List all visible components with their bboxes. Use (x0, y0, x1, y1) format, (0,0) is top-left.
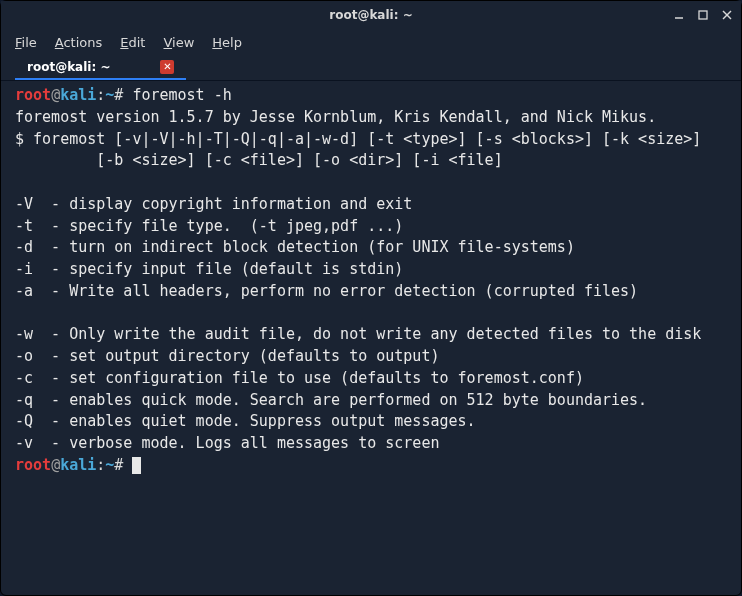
window-title: root@kali: ~ (329, 8, 412, 22)
output-line: -v - verbose mode. Logs all messages to … (15, 434, 439, 452)
prompt-colon: : (96, 86, 105, 104)
menu-help[interactable]: Help (212, 35, 242, 50)
close-button[interactable] (719, 7, 735, 23)
output-line: -Q - enables quiet mode. Suppress output… (15, 412, 476, 430)
output-line: -i - specify input file (default is stdi… (15, 260, 403, 278)
menu-view[interactable]: View (163, 35, 194, 50)
prompt-host: kali (60, 86, 96, 104)
command-line: foremost -h (123, 86, 231, 104)
output-line: -t - specify file type. (-t jpeg,pdf ...… (15, 217, 403, 235)
output-line: -q - enables quick mode. Search are perf… (15, 391, 647, 409)
window-controls (671, 7, 735, 23)
prompt-colon: : (96, 456, 105, 474)
titlebar: root@kali: ~ (1, 1, 741, 29)
tab-close-icon[interactable]: ✕ (160, 60, 174, 74)
menu-file[interactable]: File (15, 35, 37, 50)
cursor (132, 457, 141, 474)
tab-label: root@kali: ~ (27, 60, 110, 74)
output-line: -V - display copyright information and e… (15, 195, 412, 213)
prompt-path: ~ (105, 456, 114, 474)
menu-edit[interactable]: Edit (120, 35, 145, 50)
prompt-at: @ (51, 86, 60, 104)
maximize-button[interactable] (695, 7, 711, 23)
tab-terminal[interactable]: root@kali: ~ ✕ (15, 56, 186, 80)
minimize-button[interactable] (671, 7, 687, 23)
tabbar: root@kali: ~ ✕ (1, 55, 741, 81)
terminal-window: root@kali: ~ File Actions Edit View Help… (0, 0, 742, 596)
terminal-body[interactable]: root@kali:~# foremost -h foremost versio… (1, 81, 741, 595)
output-line: foremost version 1.5.7 by Jesse Kornblum… (15, 108, 656, 126)
menubar: File Actions Edit View Help (1, 29, 741, 55)
prompt-user: root (15, 86, 51, 104)
output-line: -a - Write all headers, perform no error… (15, 282, 638, 300)
output-line: -w - Only write the audit file, do not w… (15, 325, 701, 343)
prompt-user: root (15, 456, 51, 474)
output-line: -d - turn on indirect block detection (f… (15, 238, 575, 256)
prompt-host: kali (60, 456, 96, 474)
output-line: -o - set output directory (defaults to o… (15, 347, 439, 365)
output-line: [-b <size>] [-c <file>] [-o <dir>] [-i <… (15, 151, 503, 169)
menu-actions[interactable]: Actions (55, 35, 103, 50)
prompt-at: @ (51, 456, 60, 474)
svg-rect-1 (699, 11, 707, 19)
prompt-hash: # (114, 456, 123, 474)
prompt-path: ~ (105, 86, 114, 104)
output-line: $ foremost [-v|-V|-h|-T|-Q|-q|-a|-w-d] [… (15, 130, 701, 148)
output-line: -c - set configuration file to use (defa… (15, 369, 584, 387)
